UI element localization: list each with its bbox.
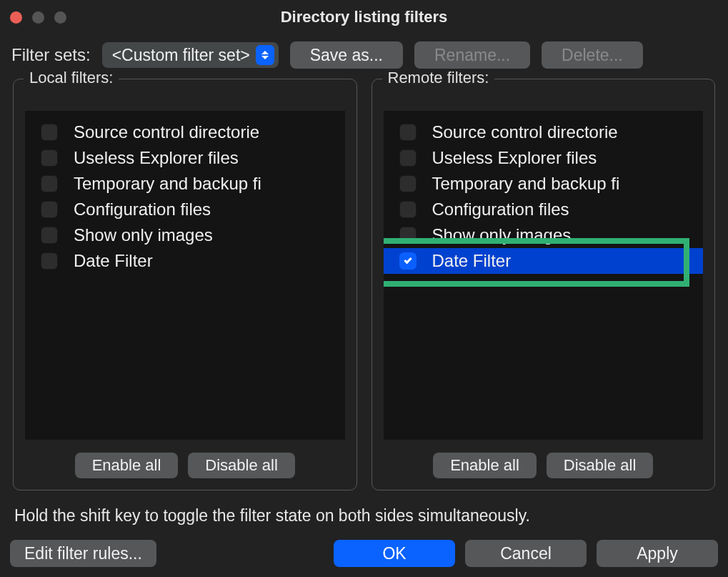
list-item[interactable]: Configuration files	[384, 197, 704, 222]
checkbox[interactable]	[399, 252, 417, 270]
local-filters-legend: Local filters:	[24, 69, 119, 87]
close-window-button[interactable]	[10, 11, 22, 24]
window-title: Directory listing filters	[0, 8, 728, 26]
list-item[interactable]: Useless Explorer files	[25, 145, 345, 171]
list-item-label: Source control directorie	[74, 122, 259, 142]
zoom-window-button	[54, 11, 66, 24]
checkbox[interactable]	[399, 175, 417, 192]
filter-set-select[interactable]: <Custom filter set>	[102, 42, 279, 68]
dialog-window: Directory listing filters Filter sets: <…	[0, 0, 728, 577]
checkbox[interactable]	[41, 252, 58, 270]
check-icon	[404, 256, 412, 264]
list-item[interactable]: Temporary and backup fi	[25, 171, 345, 197]
list-item-label: Date Filter	[432, 251, 512, 271]
checkbox[interactable]	[41, 201, 58, 218]
local-filters-group: Local filters: Source control directorie…	[13, 79, 357, 490]
bottom-bar: Edit filter rules... OK Cancel Apply	[0, 536, 728, 577]
checkbox[interactable]	[41, 227, 58, 244]
local-disable-all-button[interactable]: Disable all	[188, 453, 295, 478]
ok-button[interactable]: OK	[334, 540, 455, 567]
remote-disable-all-button[interactable]: Disable all	[547, 453, 654, 478]
delete-button: Delete...	[542, 41, 643, 69]
list-item[interactable]: Show only images	[384, 222, 704, 248]
checkbox[interactable]	[41, 124, 58, 141]
apply-button[interactable]: Apply	[597, 540, 718, 567]
traffic-lights	[10, 11, 66, 24]
list-item-label: Useless Explorer files	[74, 148, 239, 168]
list-item[interactable]: Temporary and backup fi	[384, 171, 704, 197]
filter-sets-label: Filter sets:	[11, 45, 91, 65]
list-item[interactable]: Date Filter	[384, 248, 704, 274]
list-item-label: Useless Explorer files	[432, 148, 597, 168]
filter-set-selected-value: <Custom filter set>	[112, 46, 250, 65]
list-item-label: Configuration files	[432, 199, 569, 220]
checkbox[interactable]	[399, 149, 417, 167]
list-item[interactable]: Useless Explorer files	[384, 145, 704, 171]
remote-enable-all-button[interactable]: Enable all	[433, 453, 537, 478]
list-item-label: Temporary and backup fi	[74, 174, 261, 194]
local-group-buttons: Enable all Disable all	[25, 440, 345, 478]
rename-button: Rename...	[414, 41, 530, 69]
titlebar: Directory listing filters	[0, 0, 728, 34]
local-filter-list[interactable]: Source control directorie Useless Explor…	[25, 111, 345, 440]
edit-filter-rules-button[interactable]: Edit filter rules...	[10, 540, 156, 567]
remote-filters-group: Remote filters: Source control directori…	[372, 79, 716, 490]
minimize-window-button	[32, 11, 44, 24]
cancel-button[interactable]: Cancel	[465, 540, 587, 567]
list-item[interactable]: Source control directorie	[384, 119, 704, 145]
list-item[interactable]: Configuration files	[25, 197, 345, 222]
checkbox[interactable]	[41, 175, 58, 192]
filters-row: Local filters: Source control directorie…	[0, 79, 728, 490]
updown-arrows-icon	[256, 45, 274, 65]
list-item-label: Configuration files	[74, 199, 211, 220]
local-enable-all-button[interactable]: Enable all	[75, 453, 179, 478]
hint-text: Hold the shift key to toggle the filter …	[0, 490, 728, 536]
list-item[interactable]: Date Filter	[25, 248, 345, 274]
list-item-label: Show only images	[432, 225, 572, 245]
save-as-button[interactable]: Save as...	[290, 41, 403, 69]
checkbox[interactable]	[41, 149, 58, 167]
list-item-label: Source control directorie	[432, 122, 618, 142]
list-item[interactable]: Source control directorie	[25, 119, 345, 145]
list-item-label: Show only images	[74, 225, 213, 245]
checkbox[interactable]	[399, 201, 417, 218]
checkbox[interactable]	[399, 124, 417, 141]
list-item[interactable]: Show only images	[25, 222, 345, 248]
remote-filters-legend: Remote filters:	[382, 69, 495, 87]
list-item-label: Date Filter	[74, 251, 153, 271]
checkbox[interactable]	[399, 227, 417, 244]
remote-filter-list[interactable]: Source control directorie Useless Explor…	[384, 111, 704, 440]
remote-group-buttons: Enable all Disable all	[384, 440, 704, 478]
list-item-label: Temporary and backup fi	[432, 174, 620, 194]
